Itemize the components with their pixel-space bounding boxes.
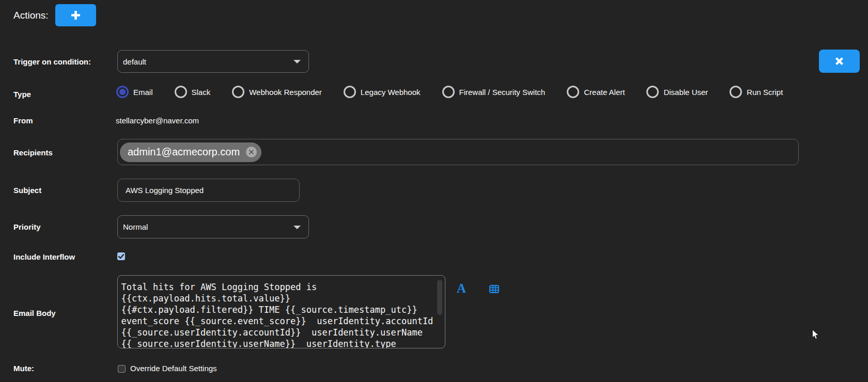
- recipient-chip: admin1@acmecorp.com: [120, 142, 261, 162]
- radio-run-script[interactable]: Run Script: [730, 86, 783, 98]
- subject-label: Subject: [13, 186, 41, 195]
- trigger-on-condition-label: Trigger on condition:: [13, 57, 91, 66]
- radio-circle-icon: [175, 86, 187, 98]
- radio-circle-icon: [344, 86, 356, 98]
- radio-create-alert[interactable]: Create Alert: [567, 86, 625, 98]
- recipient-chip-email: admin1@acmecorp.com: [128, 146, 240, 158]
- priority-label: Priority: [13, 222, 41, 231]
- radio-circle-icon: [567, 86, 579, 98]
- close-action-button[interactable]: [819, 50, 860, 73]
- priority-value: Normal: [123, 222, 148, 231]
- font-icon[interactable]: A: [457, 282, 466, 295]
- radio-circle-icon: [442, 86, 455, 98]
- subject-input[interactable]: [117, 179, 300, 202]
- table-icon[interactable]: [489, 285, 499, 293]
- actions-label: Actions:: [13, 10, 49, 21]
- priority-select[interactable]: Normal: [117, 215, 309, 238]
- radio-circle-icon: [232, 86, 244, 98]
- checkmark-icon: [117, 252, 125, 260]
- recipients-input[interactable]: admin1@acmecorp.com: [117, 139, 799, 165]
- chevron-down-icon: [293, 226, 301, 229]
- include-interflow-checkbox[interactable]: [117, 252, 125, 260]
- radio-legacy-webhook[interactable]: Legacy Webhook: [344, 86, 421, 98]
- mouse-cursor: [812, 329, 819, 340]
- email-body-textarea[interactable]: Total hits for AWS Logging Stopped is {{…: [118, 276, 445, 348]
- radio-circle-icon: [646, 86, 659, 98]
- recipient-remove-button[interactable]: [246, 147, 257, 157]
- email-body-label: Email Body: [13, 309, 56, 317]
- radio-circle-icon: [730, 86, 742, 98]
- mute-override-checkbox[interactable]: [118, 365, 126, 373]
- from-value: stellarcyber@naver.com: [116, 116, 199, 125]
- include-interflow-label: Include Interflow: [13, 252, 75, 261]
- from-label: From: [13, 116, 33, 125]
- type-radio-group: Email Slack Webhook Responder Legacy Web…: [116, 86, 783, 98]
- radio-webhook-responder[interactable]: Webhook Responder: [232, 86, 322, 98]
- radio-email[interactable]: Email: [116, 86, 153, 98]
- type-label: Type: [13, 90, 31, 99]
- mute-label: Mute:: [13, 364, 34, 373]
- radio-circle-icon: [116, 86, 129, 98]
- add-action-button[interactable]: [55, 4, 96, 26]
- mute-override-label: Override Default Settings: [130, 364, 217, 373]
- close-icon: [835, 57, 843, 65]
- radio-slack[interactable]: Slack: [175, 86, 211, 98]
- chevron-down-icon: [293, 60, 301, 63]
- radio-firewall-security-switch[interactable]: Firewall / Security Switch: [442, 86, 546, 98]
- trigger-condition-value: default: [123, 57, 146, 66]
- email-body-field: Total hits for AWS Logging Stopped is {{…: [117, 275, 445, 348]
- trigger-condition-select[interactable]: default: [117, 50, 309, 73]
- plus-icon: [71, 11, 80, 20]
- recipients-label: Recipients: [13, 148, 53, 157]
- radio-disable-user[interactable]: Disable User: [646, 86, 708, 98]
- scrollbar-thumb[interactable]: [437, 280, 442, 315]
- remove-icon: [249, 150, 254, 154]
